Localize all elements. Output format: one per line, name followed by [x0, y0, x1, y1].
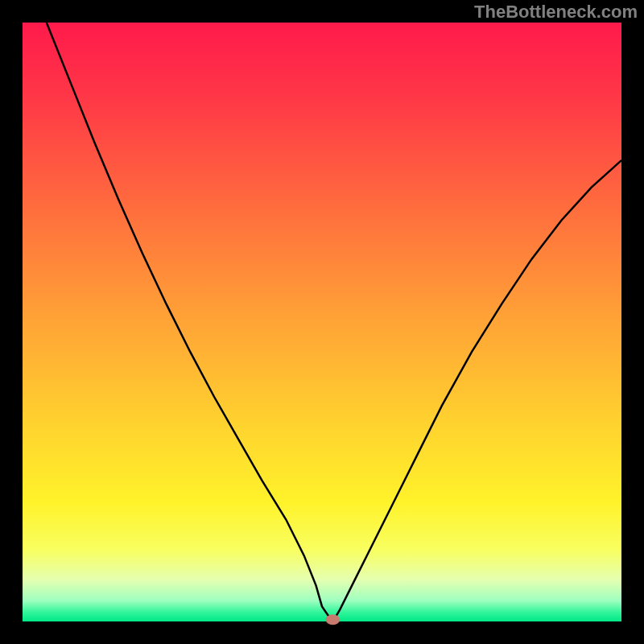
- attribution-text: TheBottleneck.com: [474, 2, 638, 23]
- optimal-marker: [325, 614, 340, 625]
- bottleneck-chart: [0, 0, 644, 644]
- plot-background: [23, 23, 621, 621]
- chart-container: TheBottleneck.com: [0, 0, 644, 644]
